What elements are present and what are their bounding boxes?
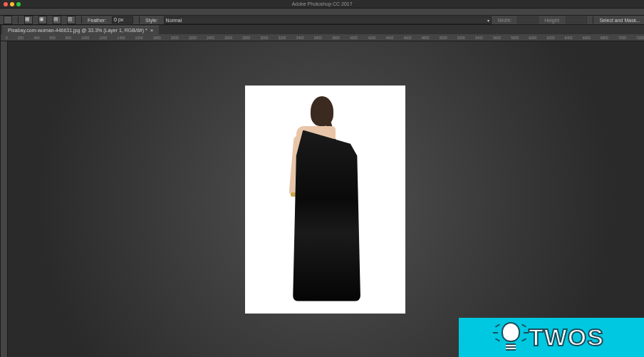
lightbulb-icon — [499, 322, 523, 353]
document-tab-bar: Pixabay.com-woman-446631.jpg @ 33.3% (La… — [1, 25, 644, 34]
width-input — [517, 16, 539, 24]
close-tab-icon[interactable]: × — [150, 27, 154, 33]
canvas[interactable] — [245, 86, 405, 314]
watermark-text: TWOS — [529, 324, 604, 351]
title-bar: Adobe Photoshop CC 2017 — [0, 0, 644, 9]
style-select[interactable]: Normal — [164, 16, 492, 24]
maximize-window-button[interactable] — [16, 2, 21, 6]
subtract-selection-icon[interactable]: ▤ — [53, 16, 61, 24]
height-label: Height: — [544, 18, 560, 23]
tool-preset-icon[interactable] — [4, 16, 12, 24]
intersect-selection-icon[interactable]: ▥ — [67, 16, 76, 24]
options-bar: ▦ ▣ ▤ ▥ Feather: 0 px Style: Normal Widt… — [0, 16, 644, 25]
feather-input[interactable]: 0 px — [112, 16, 133, 24]
menu-bar[interactable] — [0, 9, 644, 16]
style-label: Style: — [145, 18, 158, 23]
horizontal-ruler[interactable]: 0200400600800100012001400160018002000220… — [1, 34, 644, 41]
new-selection-icon[interactable]: ▦ — [24, 16, 33, 24]
close-window-button[interactable] — [4, 2, 8, 6]
canvas-area[interactable] — [1, 41, 644, 357]
feather-label: Feather: — [88, 18, 106, 23]
vertical-ruler[interactable] — [1, 41, 8, 357]
image-content — [271, 96, 378, 303]
workspace: Pixabay.com-woman-446631.jpg @ 33.3% (La… — [1, 25, 644, 357]
width-label: Width: — [497, 18, 511, 23]
height-input — [566, 16, 587, 24]
minimize-window-button[interactable] — [10, 2, 14, 6]
document-tab[interactable]: Pixabay.com-woman-446631.jpg @ 33.3% (La… — [2, 26, 159, 34]
add-selection-icon[interactable]: ▣ — [38, 16, 47, 24]
watermark: TWOS — [459, 318, 644, 357]
select-and-mask-button[interactable]: Select and Mask... — [599, 18, 640, 23]
app-title: Adobe Photoshop CC 2017 — [291, 1, 352, 6]
window-controls — [4, 2, 21, 6]
document-tab-title: Pixabay.com-woman-446631.jpg @ 33.3% (La… — [8, 28, 147, 33]
